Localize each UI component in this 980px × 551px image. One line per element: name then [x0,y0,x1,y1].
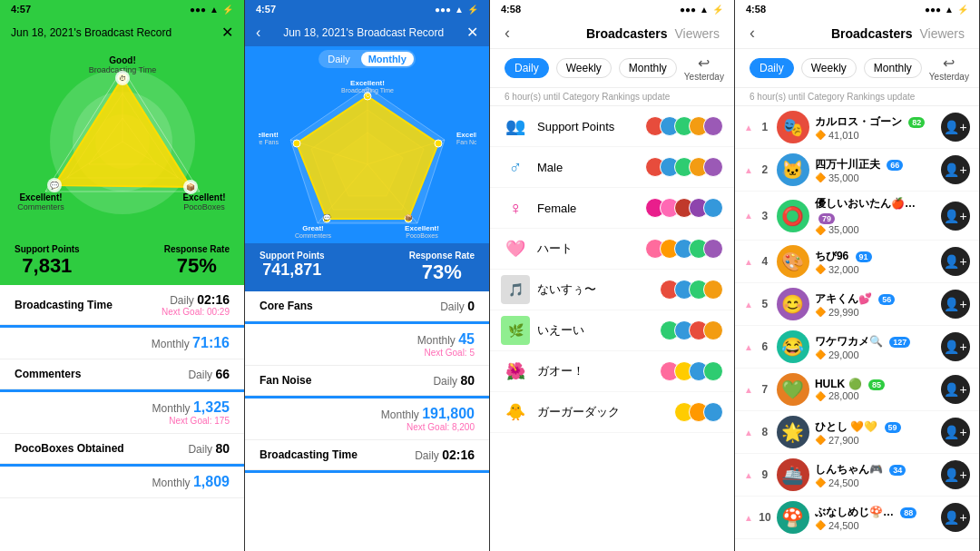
rank-name-6: ワケワカメ🔍 127 [815,334,936,349]
rank-badge-1: 82 [908,117,925,128]
rank-name-9: しんちゃん🎮 34 [815,462,936,477]
tab-broadcasters-3[interactable]: Broadcasters [586,26,668,41]
add-button-5[interactable]: 👤+ [941,290,970,319]
panel-blue-broadcast: 4:57 ●●●▲⚡ ‹ Jun 18, 2021's Broadcast Re… [245,0,490,551]
add-button-3[interactable]: 👤+ [941,202,970,231]
diamond-icon-3: 🔶 [815,225,826,235]
stats-summary-2: Support Points 741,871 Response Rate 73% [245,243,489,291]
radar-chart-1: Good! Broadcasting Time Excellent! PocoB… [0,46,244,237]
panel-ranked-broadcasters: 4:58 ●●●▲⚡ ‹ Broadcasters Viewers Daily … [735,0,980,551]
avatar-group-gaou [660,361,723,381]
rank-points-5: 🔶 29,990 [815,307,936,318]
tab-broadcasters-4[interactable]: Broadcasters [831,26,913,41]
list-item: 🌺 ガオー！ [490,351,734,392]
category-label-duck[interactable]: ガーガーダック [537,404,667,420]
rank-info-9: しんちゃん🎮 34 🔶 24,500 [815,462,936,488]
detail-row-monthly-comment: Monthly 1,325 Next Goal: 175 [0,392,244,434]
toggle-monthly[interactable]: Monthly [361,52,414,66]
diamond-icon-8: 🔶 [815,435,826,445]
status-icons-4: ●●●▲⚡ [925,5,968,15]
add-button-7[interactable]: 👤+ [941,375,970,404]
rank-number-2: 2 [759,163,771,176]
avatar-group-female [645,198,723,218]
rank-item: ▲ 7 💚 HULK 🟢 85 🔶 28,000 👤+ [735,369,979,411]
rank-number-8: 8 [759,426,771,438]
toggle-daily[interactable]: Daily [320,52,357,66]
rank-item: ▲ 9 🚢 しんちゃん🎮 34 🔶 24,500 👤+ [735,454,979,497]
rank-number-4: 4 [759,255,771,268]
add-button-10[interactable]: 👤+ [941,503,970,532]
rank-info-4: ちび96 91 🔶 32,000 [815,249,936,275]
category-icon-female: ♀ [501,193,530,222]
category-label-female[interactable]: Female [537,202,638,215]
add-button-4[interactable]: 👤+ [941,247,970,276]
rank-badge-4: 91 [856,251,872,262]
rank-number-6: 6 [759,340,771,353]
filter-monthly-3[interactable]: Monthly [619,58,677,78]
yesterday-btn-4[interactable]: ↩ Yesterday [929,54,969,82]
category-label-heart[interactable]: ハート [537,241,638,257]
svg-text:💬: 💬 [322,213,330,221]
avatar-group-naisuu [660,280,723,300]
time-3: 4:58 [501,4,521,15]
detail-row-monthly-corefans: Monthly 45 Next Goal: 5 [245,324,489,366]
close-button-1[interactable]: ✕ [221,24,233,41]
add-button-8[interactable]: 👤+ [941,418,970,447]
category-label-support[interactable]: Support Points [537,120,638,133]
svg-text:📦: 📦 [404,213,412,221]
header-tabs-3: Broadcasters Viewers [586,26,720,41]
toggle-buttons: Daily Monthly [318,50,416,68]
panel-broadcasters-list: 4:58 ●●●▲⚡ ‹ Broadcasters Viewers Daily … [490,0,735,551]
list-item: 🎵 ないすぅ〜 [490,270,734,310]
rank-badge-3: 79 [818,213,835,224]
tab-viewers-4[interactable]: Viewers [919,26,965,41]
list-item: 🌿 いえーい [490,310,734,351]
close-button-2[interactable]: ✕ [466,24,478,41]
diamond-icon-7: 🔶 [815,391,826,401]
rank-info-10: ぶなしめじ🍄… 88 🔶 24,500 [815,505,936,531]
category-label-male[interactable]: Male [537,161,638,174]
rank-points-1: 🔶 41,010 [815,130,936,141]
list-header-3: ‹ Broadcasters Viewers [490,18,734,49]
rank-avatar-10: 🍄 [777,501,809,534]
rank-avatar-1: 🎭 [777,111,809,143]
diamond-icon-1: 🔶 [815,130,826,140]
detail-row-monthly-poco: Monthly 1,809 [0,467,244,498]
back-button-3[interactable]: ‹ [505,24,510,43]
category-label-naisuu[interactable]: ないすぅ〜 [537,281,652,298]
add-button-9[interactable]: 👤+ [941,460,970,489]
filter-daily-4[interactable]: Daily [750,58,794,78]
rank-item: ▲ 8 🌟 ひとし 🧡💛 59 🔶 27,900 👤+ [735,411,979,454]
points-value-5: 29,990 [828,307,859,318]
header-title-2: Jun 18, 2021's Broadcast Record [283,26,444,39]
add-button-2[interactable]: 👤+ [941,155,970,184]
add-button-1[interactable]: 👤+ [941,113,970,142]
category-label-gaou[interactable]: ガオー！ [537,363,652,379]
rank-arrow-4: ▲ [744,257,753,267]
yesterday-btn-3[interactable]: ↩ Yesterday [684,54,724,82]
rank-points-2: 🔶 35,000 [815,172,936,183]
rank-points-6: 🔶 29,000 [815,349,936,360]
svg-text:PocoBoxes: PocoBoxes [183,202,225,212]
filter-weekly-3[interactable]: Weekly [556,58,612,78]
svg-text:Fan Noise: Fan Noise [456,139,476,145]
filter-monthly-4[interactable]: Monthly [864,58,922,78]
rank-badge-6: 127 [889,337,910,348]
filter-weekly-4[interactable]: Weekly [801,58,857,78]
back-button-2[interactable]: ‹ [256,25,260,41]
filter-daily-3[interactable]: Daily [505,58,549,78]
time-2: 4:57 [256,4,276,15]
back-button-4[interactable]: ‹ [750,24,755,43]
rank-avatar-8: 🌟 [777,416,809,448]
add-button-6[interactable]: 👤+ [941,332,970,361]
tab-viewers-3[interactable]: Viewers [674,26,720,41]
rank-arrow-3: ▲ [744,211,753,221]
response-rate-2: Response Rate 73% [409,251,475,284]
list-item: 🩷 ハート [490,229,734,270]
points-value-8: 27,900 [828,435,859,446]
diamond-icon-2: 🔶 [815,172,826,182]
detail-rows-1: Broadcasting Time Daily 02:16 Next Goal:… [0,285,244,551]
rank-name-7: HULK 🟢 85 [815,378,936,390]
rank-info-3: 優しいおいたん🍎… 79 🔶 35,000 [815,196,936,235]
category-label-ieei[interactable]: いえーい [537,322,652,339]
